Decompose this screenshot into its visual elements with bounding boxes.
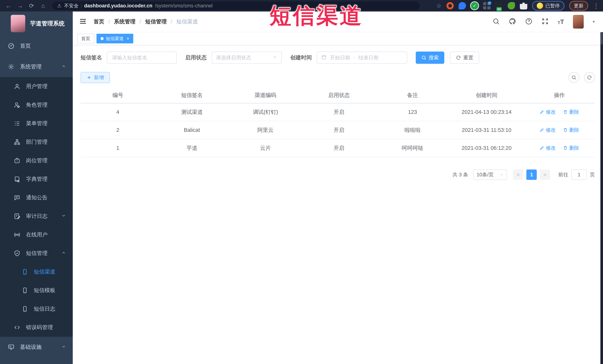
sidebar-item-notice[interactable]: 通知公告: [0, 188, 73, 207]
table-row: 2 Balicat 阿里云 开启 啦啦啦 2021-03-31 11:53:10…: [81, 121, 595, 139]
help-icon[interactable]: [525, 18, 533, 26]
sidebar-item-home[interactable]: 首页: [0, 36, 73, 56]
date-start-placeholder[interactable]: 开始日期: [330, 54, 350, 61]
sidebar-collapse-icon[interactable]: [79, 17, 87, 26]
date-end-placeholder[interactable]: 结束日期: [358, 54, 378, 61]
status-label: 启用状态: [185, 54, 207, 61]
sidebar-item-dict-management[interactable]: 字典管理: [0, 170, 73, 188]
fullscreen-icon[interactable]: [541, 18, 549, 26]
sidebar-item-audit-log[interactable]: 审计日志: [0, 207, 73, 225]
sidebar-item-dept-management[interactable]: 部门管理: [0, 133, 73, 151]
active-tab-dot: [101, 37, 104, 40]
delete-link[interactable]: 删除: [563, 145, 579, 151]
table-toolbar: 新增: [81, 72, 595, 83]
page-size-select[interactable]: 10条/页: [473, 169, 507, 180]
delete-link[interactable]: 删除: [563, 127, 579, 133]
total-count: 共 3 条: [452, 171, 468, 178]
sidebar-item-system-management[interactable]: 系统管理: [0, 56, 73, 77]
github-icon[interactable]: [509, 18, 516, 26]
next-page-button[interactable]: >: [540, 169, 550, 180]
edit-link[interactable]: 修改: [540, 145, 556, 151]
sidebar-menu: 首页 系统管理 用户管理 角色管理: [0, 36, 73, 364]
goto-page-input[interactable]: [571, 169, 587, 180]
phone-icon: [21, 268, 29, 276]
back-icon[interactable]: ←: [4, 1, 13, 11]
chevron-down-icon: [61, 213, 66, 219]
main-area: 首页 / 系统管理 / 短信管理 / 短信渠道 TT ▾: [73, 11, 603, 364]
search-icon[interactable]: [492, 18, 500, 26]
home-icon[interactable]: ⌂: [38, 1, 48, 11]
reset-button[interactable]: 重置: [450, 52, 479, 64]
sidebar-item-post-management[interactable]: 岗位管理: [0, 151, 73, 170]
menu-list-icon: [13, 120, 21, 127]
notice-icon: [13, 194, 21, 201]
system-management-submenu: 用户管理 角色管理 菜单管理 部门管理: [0, 77, 73, 337]
search-button[interactable]: 搜索: [416, 52, 444, 64]
sidebar-item-sms-log[interactable]: 短信日志: [0, 300, 73, 318]
sidebar: 芋道管理系统 首页 系统管理: [0, 11, 73, 364]
post-icon: [13, 157, 21, 164]
sidebar-item-role-management[interactable]: 角色管理: [0, 96, 73, 114]
scrollbar-thumb[interactable]: [601, 33, 603, 44]
sidebar-item-user-management[interactable]: 用户管理: [0, 77, 73, 96]
current-page-button[interactable]: 1: [526, 169, 537, 180]
reload-icon[interactable]: ⟳: [27, 1, 36, 11]
sidebar-item-error-code[interactable]: 错误码管理: [0, 318, 73, 337]
edit-link[interactable]: 修改: [540, 127, 556, 133]
sidebar-item-sms-template[interactable]: 短信模板: [0, 281, 73, 300]
extension-pin-icon[interactable]: [459, 2, 466, 10]
url-divider: [81, 3, 81, 8]
avatar-caret-icon[interactable]: ▾: [593, 19, 595, 24]
chevron-down-icon: [61, 344, 66, 350]
sidebar-item-infrastructure[interactable]: 基础设施: [0, 337, 73, 357]
sidebar-logo-row[interactable]: 芋道管理系统: [0, 11, 73, 36]
table-header-row: 编号 短信签名 渠道编码 启用状态 备注 创建时间 操作: [81, 88, 595, 103]
forward-icon[interactable]: →: [15, 1, 25, 11]
extensions-puzzle-icon[interactable]: [520, 2, 527, 10]
chevron-up-icon: [61, 250, 66, 256]
extension-orange-icon[interactable]: [446, 2, 454, 10]
tab-home[interactable]: 首页: [77, 34, 94, 43]
paused-extension-pill[interactable]: 已暂停: [532, 1, 564, 11]
edit-link[interactable]: 修改: [540, 109, 556, 115]
breadcrumb-home[interactable]: 首页: [93, 18, 104, 25]
breadcrumb-sms[interactable]: 短信管理: [145, 18, 167, 25]
prev-page-button[interactable]: <: [513, 169, 523, 180]
close-tab-icon[interactable]: ×: [127, 36, 129, 41]
font-size-icon[interactable]: TT: [558, 19, 564, 25]
org-tree-icon: [13, 138, 21, 146]
tab-sms-channel[interactable]: 短信渠道 ×: [96, 34, 133, 43]
refresh-table-icon[interactable]: [584, 72, 595, 83]
browser-menu-icon[interactable]: ⋮: [593, 3, 599, 9]
sidebar-item-online-users[interactable]: 在线用户: [0, 225, 73, 244]
sidebar-item-sms-management[interactable]: 短信管理: [0, 244, 73, 263]
extension-on-badge-icon[interactable]: [495, 2, 503, 10]
date-range-picker[interactable]: 开始日期 - 结束日期: [317, 52, 407, 64]
sidebar-item-sms-channel[interactable]: 短信渠道: [0, 263, 73, 281]
breadcrumb-current: 短信渠道: [176, 18, 198, 25]
page-scrollbar[interactable]: [600, 32, 603, 364]
status-select[interactable]: 请选择启用状态: [212, 52, 282, 64]
col-remark: 备注: [376, 88, 449, 103]
address-bar[interactable]: ⚠ 不安全 dashboard.yudao.iocoder.cn /system…: [52, 1, 420, 10]
breadcrumb-system[interactable]: 系统管理: [114, 18, 136, 25]
page-content: 短信签名 启用状态 请选择启用状态 创建时间 开始日期: [73, 45, 603, 364]
extension-check-icon[interactable]: ✓: [471, 2, 478, 10]
col-actions: 操作: [524, 88, 595, 103]
header-actions: TT ▾: [492, 15, 595, 29]
add-button[interactable]: 新增: [81, 72, 110, 83]
tags-view-bar: 首页 短信渠道 ×: [73, 32, 603, 45]
emoji-extension-icon: [537, 3, 543, 9]
url-path: /system/sms/sms-channel: [155, 3, 213, 9]
update-browser-button[interactable]: 更新: [569, 1, 588, 11]
user-avatar[interactable]: [573, 15, 584, 29]
sidebar-item-menu-management[interactable]: 菜单管理: [0, 114, 73, 133]
extension-grid-icon[interactable]: [483, 2, 490, 10]
calendar-icon: [321, 54, 327, 61]
delete-link[interactable]: 删除: [563, 109, 579, 115]
extension-leaf-icon[interactable]: [508, 2, 515, 10]
signature-input[interactable]: [112, 55, 172, 61]
bookmark-star-icon[interactable]: ☆: [436, 2, 441, 9]
toggle-search-icon[interactable]: [568, 72, 579, 83]
app-logo: [11, 15, 25, 32]
